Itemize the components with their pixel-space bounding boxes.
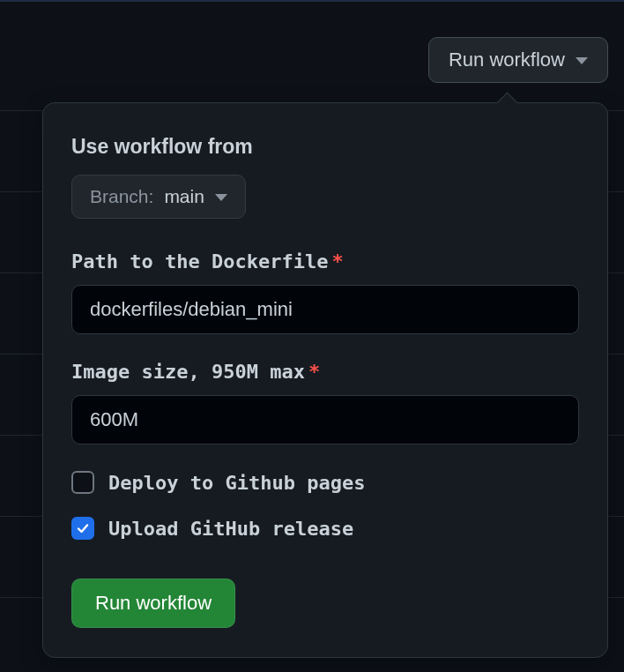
upload-release-checkbox[interactable]: [71, 517, 94, 540]
run-workflow-trigger-label: Run workflow: [449, 49, 565, 71]
branch-prefix: Branch:: [90, 186, 153, 207]
caret-down-icon: [215, 194, 227, 201]
image-size-input[interactable]: [71, 395, 579, 444]
dockerfile-path-label: Path to the Dockerfile*: [71, 250, 579, 273]
required-asterisk: *: [308, 361, 320, 383]
branch-name: main: [164, 186, 204, 207]
upload-release-row: Upload GitHub release: [71, 517, 579, 540]
caret-down-icon: [576, 57, 588, 64]
checkmark-icon: [76, 521, 90, 535]
run-workflow-submit-button[interactable]: Run workflow: [71, 579, 235, 628]
branch-select-button[interactable]: Branch: main: [71, 175, 246, 219]
run-workflow-popover: Use workflow from Branch: main Path to t…: [42, 102, 608, 658]
deploy-pages-label[interactable]: Deploy to Github pages: [108, 472, 365, 494]
upload-release-label[interactable]: Upload GitHub release: [108, 518, 353, 540]
use-workflow-from-label: Use workflow from: [71, 135, 579, 159]
run-workflow-trigger-button[interactable]: Run workflow: [428, 37, 608, 83]
image-size-label: Image size, 950M max*: [71, 361, 579, 383]
page-header: Run workflow: [0, 0, 624, 111]
run-workflow-submit-label: Run workflow: [95, 592, 212, 614]
deploy-pages-row: Deploy to Github pages: [71, 471, 579, 494]
deploy-pages-checkbox[interactable]: [71, 471, 94, 494]
required-asterisk: *: [331, 250, 343, 273]
dockerfile-path-input[interactable]: [71, 285, 579, 334]
